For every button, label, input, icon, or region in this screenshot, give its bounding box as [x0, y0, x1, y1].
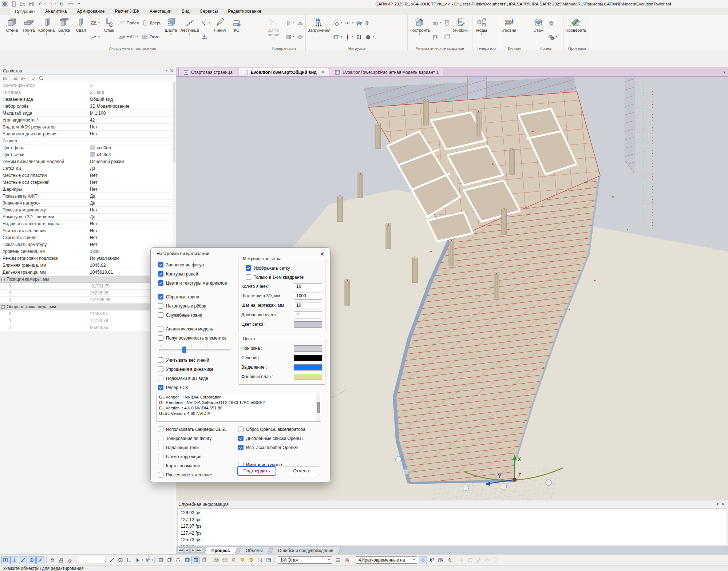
checkbox-Аналитическая модель[interactable]: Аналитическая модель	[158, 324, 235, 333]
field-input-3[interactable]	[294, 302, 322, 309]
property-row[interactable]: X-31791.79	[0, 283, 176, 290]
ribbon-button-КС[interactable]: КС	[228, 16, 245, 45]
ribbon-small-button-arrowdown-icon[interactable]: ▾	[343, 30, 354, 44]
property-value[interactable]: Нет	[87, 228, 176, 233]
checkbox-Гамма-коррекция[interactable]: Гамма-коррекция	[158, 452, 236, 461]
collapse-icon[interactable]: −	[1, 278, 5, 281]
lock-contour-button[interactable]	[48, 556, 56, 564]
property-value[interactable]: Нет	[87, 207, 176, 213]
ribbon-button-Построить[interactable]: Построить▾	[408, 16, 431, 45]
field-input-2[interactable]	[294, 293, 322, 300]
pick-contour-button[interactable]	[134, 556, 142, 564]
vis-xray-button[interactable]	[200, 556, 208, 564]
checkbox-Цвета и текстуры материалов[interactable]: Цвета и текстуры материалов	[158, 278, 235, 288]
save-button[interactable]	[28, 1, 35, 7]
property-row[interactable]: Ближняя граница, мм1045.62	[0, 262, 176, 269]
ribbon-button-Уровни[interactable]: Уровни	[501, 16, 518, 45]
property-row[interactable]: Набор слоёв3D Моделирование	[0, 103, 176, 110]
ribbon-button-Линия[interactable]: Линия	[211, 16, 228, 45]
ribbon-small-button-pileload-icon[interactable]: ▾	[332, 30, 343, 44]
snap-endpoint-button[interactable]	[1, 556, 9, 564]
vis-wire-button[interactable]	[165, 556, 173, 564]
property-value[interactable]: c4c3d4	[87, 152, 176, 157]
color-chip[interactable]	[294, 355, 322, 361]
property-value[interactable]: Да	[87, 214, 176, 219]
ribbon-small-button-layers-icon[interactable]	[443, 30, 451, 44]
property-row[interactable]: Вид для ЖБК-результатовНет	[0, 124, 176, 131]
confirm-button[interactable]	[30, 75, 37, 82]
property-value[interactable]: Основной режим	[87, 159, 176, 164]
gl-scrollbar[interactable]	[316, 393, 320, 421]
draw-circle-button[interactable]	[116, 556, 124, 564]
property-value[interactable]: Нет	[87, 242, 176, 247]
property-row[interactable]: Надписи в плоскости экранаНет	[0, 221, 176, 227]
property-row[interactable]: Тип вида3D вид	[0, 89, 176, 96]
ribbon-small-button-levelmark-icon[interactable]	[200, 30, 211, 44]
property-row[interactable]: Режим отрисовки подложкиПо умолчанию	[0, 255, 176, 262]
ribbon-small-button-± ΔН[interactable]: ± ΔН▾	[118, 30, 140, 44]
eraser-button[interactable]	[66, 556, 74, 564]
snap-line-button[interactable]	[36, 556, 44, 564]
ribbon-small-button-weight-icon[interactable]: ▾	[364, 30, 375, 44]
nav-prev-button[interactable]: ◀	[184, 547, 190, 553]
document-tab-2[interactable]: EvolutionTower.spf:Общий вид✕	[238, 68, 329, 76]
floor-select[interactable]: 1-й Этаж▼	[278, 556, 332, 564]
property-value[interactable]: Нет	[87, 235, 176, 240]
checkbox-Контуры граней[interactable]: Контуры граней	[158, 269, 235, 278]
ribbon-tab-Создание[interactable]: Создание	[9, 8, 40, 15]
toolbar-options-button[interactable]: ▾	[75, 1, 83, 7]
property-row[interactable]: Угол видимости, °42	[0, 117, 176, 124]
grid-view-button[interactable]	[1, 75, 8, 82]
checkbox-Упрощения в динамике[interactable]: Упрощения в динамике	[158, 365, 235, 374]
property-value[interactable]: Общий вид	[87, 97, 176, 102]
property-value[interactable]: 42	[87, 118, 176, 123]
ribbon-small-button-Дверь[interactable]: Дверь	[141, 16, 162, 30]
lamp-on-button[interactable]	[238, 556, 246, 564]
ribbon-tab-Аннотации[interactable]: Аннотации	[145, 8, 177, 15]
checkbox-Изображать сетку[interactable]: Изображать сетку	[241, 263, 322, 273]
dropdown-icon[interactable]: ▾	[44, 3, 46, 5]
property-row[interactable]: Учитывать вес линийНет	[0, 227, 176, 234]
property-row[interactable]: Показывать АЖТДа	[0, 193, 176, 200]
scale-button[interactable]	[475, 556, 483, 564]
field-input-4[interactable]	[294, 312, 322, 318]
property-row[interactable]: Раздел	[0, 138, 176, 144]
property-row[interactable]: Режим визуализации моделейОсновной режим	[0, 158, 176, 165]
mirror-button[interactable]	[483, 556, 491, 564]
checkbox-Сброс OpenGL акселератора[interactable]: Сброс OpenGL акселератора	[238, 425, 327, 434]
cancel-button[interactable]: Отмена	[282, 467, 320, 475]
property-value[interactable]: Нет	[87, 221, 176, 226]
property-row[interactable]: Уровень сечения, мм1200	[0, 248, 176, 255]
mirror-v-button[interactable]	[492, 556, 500, 564]
ribbon-small-button-crane-icon[interactable]	[431, 30, 442, 44]
nav-next-button[interactable]: ▶	[190, 547, 196, 553]
checkbox-Дисплейные списки OpenGL[interactable]: Дисплейные списки OpenGL	[238, 434, 327, 443]
property-row[interactable]: Z131926.36	[0, 297, 176, 304]
tab-list-dropdown-icon[interactable]: ▼	[723, 71, 726, 74]
snap-perp-button[interactable]	[10, 556, 18, 564]
checkbox-Тонирование по Фонгу[interactable]: Тонирование по Фонгу	[158, 434, 236, 443]
fill-color-button[interactable]	[445, 556, 453, 564]
close-icon[interactable]: ✕	[321, 70, 324, 75]
snap-node-button[interactable]	[28, 556, 36, 564]
vis-shaded-edges-button[interactable]	[191, 556, 199, 564]
ribbon-button-Свая[interactable]: Свая	[72, 16, 89, 45]
property-row[interactable]: Значения нагрузокДа	[0, 200, 176, 207]
ribbon-small-button-wallload-icon[interactable]	[364, 16, 375, 30]
document-tab-3[interactable]: EvolutionTower.spf:Расчетная модель вари…	[330, 68, 443, 76]
ribbon-small-button-doc-icon[interactable]	[443, 16, 451, 30]
ribbon-tab-Аналитика[interactable]: Аналитика	[40, 8, 72, 15]
property-row[interactable]: Местные оси пластинНет	[0, 172, 176, 179]
app-logo-button[interactable]	[1, 1, 9, 7]
redo-button[interactable]: ↷	[47, 1, 55, 7]
field-input-1[interactable]	[294, 283, 322, 290]
storey-mode-button[interactable]	[334, 556, 342, 564]
checkbox-Служебные грани[interactable]: Служебные грани	[158, 310, 235, 320]
ribbon-button-Балка[interactable]: Балка▾	[56, 16, 72, 45]
property-row[interactable]: Y15226.98	[0, 290, 176, 297]
property-row[interactable]: Аналитика для построенияНет	[0, 131, 176, 138]
ribbon-button-3D по линии[interactable]: 113D по линии▾	[263, 16, 284, 45]
color-chip[interactable]	[294, 345, 322, 352]
lamp-off-button[interactable]	[230, 556, 238, 564]
property-row[interactable]: Арматура в 3D - линиямиДа	[0, 214, 176, 221]
